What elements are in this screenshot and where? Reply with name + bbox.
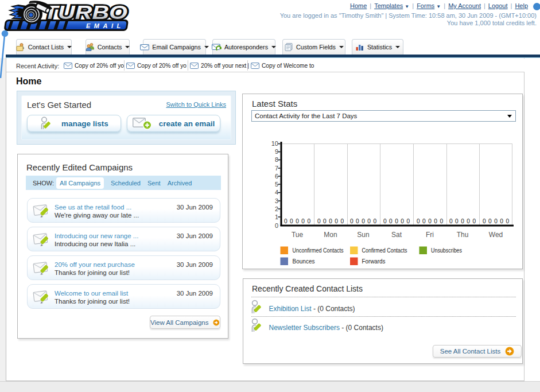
svg-text:3: 3 bbox=[275, 197, 278, 204]
svg-text:Bounces: Bounces bbox=[293, 258, 315, 265]
svg-text:6: 6 bbox=[275, 173, 278, 180]
svg-text:Unsubscribes: Unsubscribes bbox=[431, 247, 462, 254]
svg-text:Mon: Mon bbox=[324, 231, 337, 239]
svg-text:8: 8 bbox=[275, 156, 278, 163]
svg-text:Wed: Wed bbox=[489, 231, 503, 239]
svg-text:0 0 0 0 0: 0 0 0 0 0 bbox=[284, 218, 311, 224]
svg-text:0 0 0 0 0: 0 0 0 0 0 bbox=[449, 218, 476, 224]
svg-text:Tue: Tue bbox=[292, 231, 304, 239]
svg-text:0 0 0 0 0: 0 0 0 0 0 bbox=[350, 218, 377, 224]
svg-text:2: 2 bbox=[275, 205, 278, 212]
svg-text:10: 10 bbox=[271, 140, 278, 147]
svg-text:Unconfirmed Contacts: Unconfirmed Contacts bbox=[293, 247, 344, 254]
svg-text:0 0 0 0 0: 0 0 0 0 0 bbox=[383, 218, 410, 224]
svg-text:Sun: Sun bbox=[357, 231, 369, 239]
svg-text:9: 9 bbox=[275, 148, 278, 155]
svg-text:1: 1 bbox=[275, 214, 278, 220]
svg-text:0 0 0 0 0: 0 0 0 0 0 bbox=[317, 218, 344, 224]
svg-text:Fri: Fri bbox=[426, 231, 434, 239]
svg-text:TURBO: TURBO bbox=[44, 2, 127, 23]
svg-text:Thu: Thu bbox=[457, 231, 469, 239]
svg-text:0 0 0 0 0: 0 0 0 0 0 bbox=[417, 218, 444, 224]
svg-text:4: 4 bbox=[275, 189, 278, 196]
svg-text:Sat: Sat bbox=[391, 231, 402, 239]
svg-text:5: 5 bbox=[275, 181, 278, 188]
svg-text:Confirmed Contacts: Confirmed Contacts bbox=[362, 247, 407, 254]
svg-text:0 0 0 0 0: 0 0 0 0 0 bbox=[483, 218, 510, 224]
svg-text:EMAIL: EMAIL bbox=[86, 22, 125, 29]
svg-text:Forwards: Forwards bbox=[362, 258, 386, 265]
svg-text:0: 0 bbox=[275, 222, 278, 229]
svg-text:7: 7 bbox=[275, 165, 278, 172]
